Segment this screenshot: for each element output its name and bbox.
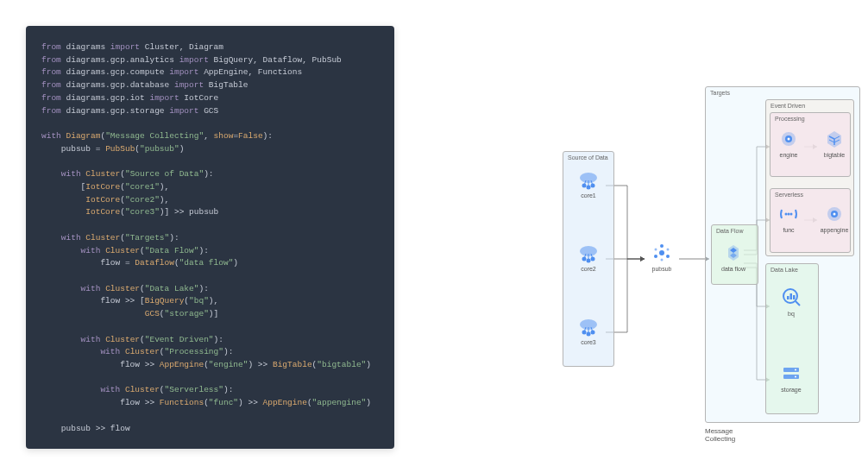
svg-rect-57: [787, 296, 789, 299]
svg-rect-59: [793, 295, 796, 299]
node-core2: core2: [571, 242, 606, 272]
diagram-panel: Source of Data Targets Data Flow Event D…: [394, 0, 868, 460]
svg-point-49: [785, 213, 788, 216]
node-bigtable: bigtable: [817, 128, 852, 158]
node-label: func: [783, 227, 794, 233]
node-label: core3: [581, 339, 596, 345]
diagram-title: Message Collecting: [705, 427, 735, 443]
cluster-label: Targets: [710, 90, 730, 96]
svg-point-31: [660, 244, 664, 248]
svg-point-51: [790, 213, 793, 216]
node-bq: bq: [774, 285, 808, 317]
node-label: bigtable: [824, 152, 846, 158]
code-panel: from diagrams import Cluster, Diagram fr…: [0, 0, 394, 460]
node-label: storage: [781, 387, 801, 393]
svg-point-33: [666, 255, 670, 258]
node-core3: core3: [571, 315, 606, 345]
node-core1: core1: [571, 168, 606, 198]
node-label: core2: [581, 266, 596, 272]
node-label: pubsub: [652, 266, 672, 272]
svg-point-32: [654, 255, 657, 258]
svg-rect-61: [783, 375, 799, 379]
cluster-label: Processing: [775, 116, 805, 122]
node-label: appengine: [821, 227, 849, 233]
node-label: data flow: [721, 266, 745, 272]
node-pubsub: pubsub: [645, 242, 679, 272]
svg-point-36: [661, 259, 664, 262]
svg-point-54: [833, 213, 836, 216]
node-dataflow: data flow: [716, 242, 751, 272]
node-label: bq: [788, 311, 795, 317]
node-label: core1: [581, 192, 596, 198]
svg-rect-60: [783, 368, 799, 372]
node-storage: storage: [774, 362, 808, 393]
svg-point-62: [795, 369, 796, 371]
cluster-label: Event Driven: [771, 103, 805, 109]
svg-point-50: [788, 213, 790, 216]
cluster-label: Serverless: [775, 192, 803, 198]
code-block: from diagrams import Cluster, Diagram fr…: [26, 26, 394, 449]
svg-point-30: [659, 250, 664, 255]
svg-point-42: [788, 138, 790, 141]
node-func: func: [771, 203, 806, 233]
cluster-label: Source of Data: [568, 154, 608, 161]
svg-rect-58: [790, 293, 793, 299]
node-label: engine: [779, 152, 797, 158]
svg-point-34: [667, 249, 670, 251]
node-engine: engine: [771, 128, 806, 158]
cluster-label: Data Lake: [771, 267, 798, 273]
node-appengine: appengine: [817, 203, 852, 233]
svg-point-35: [655, 249, 657, 251]
svg-point-63: [795, 376, 796, 378]
cluster-label: Data Flow: [716, 228, 744, 234]
svg-line-56: [796, 301, 800, 306]
